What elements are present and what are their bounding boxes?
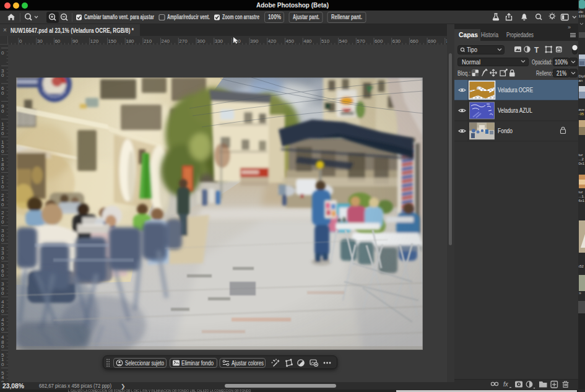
svg-text:210: 210 bbox=[144, 38, 152, 44]
svg-text:0: 0 bbox=[1, 308, 4, 314]
svg-text:270: 270 bbox=[179, 38, 188, 44]
svg-text:180: 180 bbox=[126, 38, 134, 44]
svg-text:Opacidad:: Opacidad: bbox=[532, 59, 552, 66]
svg-text:0: 0 bbox=[1, 131, 4, 136]
svg-text:Tipo: Tipo bbox=[467, 46, 477, 53]
svg-text:100%: 100% bbox=[555, 59, 568, 66]
svg-text:NUW16647.psd al 23,1% (Veladur: NUW16647.psd al 23,1% (Veladura OCRE, RG… bbox=[11, 27, 134, 34]
svg-text:390: 390 bbox=[250, 38, 259, 44]
svg-text:0: 0 bbox=[1, 72, 4, 78]
svg-text:630: 630 bbox=[392, 38, 401, 44]
svg-text:an: an bbox=[579, 79, 583, 82]
svg-text:682,67 picas x 458 picas (72 p: 682,67 picas x 458 picas (72 ppp) bbox=[39, 383, 111, 389]
svg-text:150: 150 bbox=[108, 38, 117, 44]
svg-text:ckı: ckı bbox=[579, 10, 584, 14]
svg-text:fx: fx bbox=[503, 381, 509, 388]
svg-text:23,08%: 23,08% bbox=[2, 383, 24, 390]
svg-text:Historia: Historia bbox=[481, 31, 498, 38]
svg-text:Bloq.:: Bloq.: bbox=[457, 70, 470, 77]
svg-text:tur: tur bbox=[579, 190, 583, 194]
svg-text:0: 0 bbox=[1, 184, 4, 189]
svg-text:0: 0 bbox=[1, 90, 4, 96]
svg-text:Zoom con arrastre: Zoom con arrastre bbox=[222, 14, 259, 20]
svg-text:0: 0 bbox=[1, 108, 4, 114]
svg-text:Relleno:: Relleno: bbox=[536, 70, 553, 77]
svg-text:»: » bbox=[568, 24, 571, 30]
svg-text:T: T bbox=[534, 46, 539, 54]
svg-text:Adobe Photoshop (Beta): Adobe Photoshop (Beta) bbox=[256, 1, 329, 9]
svg-text:690: 690 bbox=[428, 38, 436, 44]
svg-text:0: 0 bbox=[1, 202, 4, 207]
svg-text:0: 0 bbox=[1, 166, 4, 172]
svg-text:Veladura AZUL: Veladura AZUL bbox=[498, 107, 532, 114]
svg-text:-35: -35 bbox=[579, 112, 584, 116]
svg-text:240: 240 bbox=[162, 38, 170, 44]
svg-text:ave: ave bbox=[579, 108, 585, 111]
svg-text:...1.: ...1. bbox=[579, 194, 585, 198]
svg-text:133: 133 bbox=[579, 14, 585, 18]
svg-text:450: 450 bbox=[286, 38, 295, 44]
svg-text:Veladura OCRE: Veladura OCRE bbox=[498, 87, 533, 94]
svg-text:60: 60 bbox=[54, 38, 60, 44]
svg-text:330: 330 bbox=[215, 38, 223, 44]
svg-text:300: 300 bbox=[197, 38, 206, 44]
svg-text:...2: ...2 bbox=[579, 157, 584, 161]
svg-text:100%: 100% bbox=[268, 14, 281, 20]
svg-text:0: 0 bbox=[1, 362, 4, 367]
svg-text:0: 0 bbox=[1, 237, 4, 243]
svg-text:Rellenar pant.: Rellenar pant. bbox=[331, 14, 362, 20]
svg-text:0: 0 bbox=[1, 219, 4, 225]
svg-text:0x1: 0x1 bbox=[579, 162, 585, 165]
svg-text:Eliminar fondo: Eliminar fondo bbox=[181, 360, 214, 367]
svg-text:0: 0 bbox=[1, 50, 4, 56]
svg-text:Ajustar pant.: Ajustar pant. bbox=[293, 14, 319, 20]
svg-text:×: × bbox=[3, 27, 7, 33]
svg-text:540: 540 bbox=[339, 38, 348, 44]
svg-text:510: 510 bbox=[321, 38, 330, 44]
svg-text:Capas: Capas bbox=[459, 31, 478, 38]
svg-text:0: 0 bbox=[1, 326, 4, 332]
svg-text:570: 570 bbox=[357, 38, 365, 44]
svg-text:Seleccionar sujeto: Seleccionar sujeto bbox=[125, 360, 164, 367]
svg-text:0: 0 bbox=[1, 344, 4, 349]
svg-text:Dipl: Dipl bbox=[579, 74, 585, 78]
svg-text:Ampliar/reducir vent.: Ampliar/reducir vent. bbox=[167, 14, 210, 20]
svg-text:0: 0 bbox=[1, 149, 4, 154]
svg-text:Ajustar colores: Ajustar colores bbox=[232, 360, 264, 367]
svg-text:6x1: 6x1 bbox=[579, 199, 585, 203]
svg-text:Propiedades: Propiedades bbox=[506, 31, 534, 38]
svg-text:120: 120 bbox=[90, 38, 99, 44]
svg-text:0: 0 bbox=[1, 272, 4, 278]
svg-text:90: 90 bbox=[72, 38, 78, 44]
svg-text:660: 660 bbox=[410, 38, 418, 44]
svg-text:0: 0 bbox=[1, 290, 4, 296]
svg-text:Cambiar tamaño vent. para ajus: Cambiar tamaño vent. para ajustar bbox=[84, 14, 154, 20]
svg-text:480: 480 bbox=[303, 38, 312, 44]
svg-text:30: 30 bbox=[37, 38, 43, 44]
svg-text:ı52: ı52 bbox=[579, 264, 584, 268]
svg-text:Fondo: Fondo bbox=[498, 128, 513, 134]
svg-text:»: » bbox=[579, 291, 581, 295]
svg-text:0: 0 bbox=[1, 255, 4, 261]
svg-text:420: 420 bbox=[268, 38, 277, 44]
svg-text:600: 600 bbox=[375, 38, 383, 44]
svg-text:0: 0 bbox=[19, 38, 22, 44]
svg-text:Normal: Normal bbox=[462, 59, 480, 66]
svg-text:tur: tur bbox=[579, 153, 583, 157]
svg-text:21%: 21% bbox=[557, 70, 566, 77]
